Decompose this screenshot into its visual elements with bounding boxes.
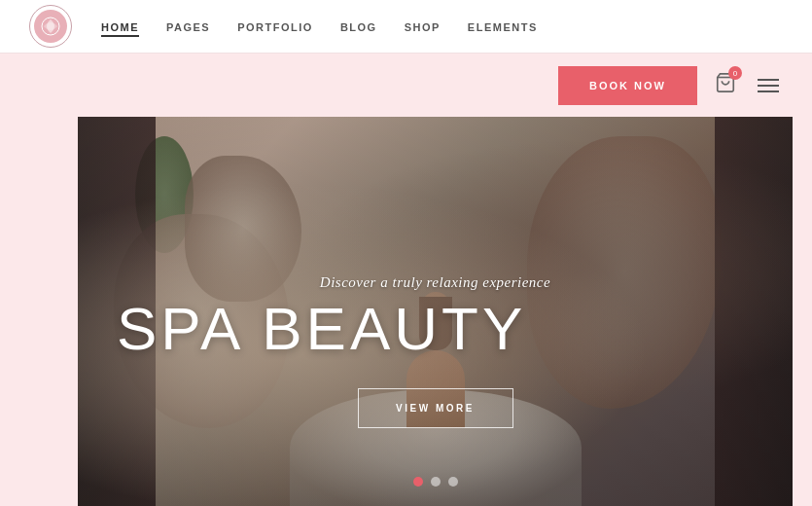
nav-item-home[interactable]: HOME <box>101 18 139 35</box>
logo-icon <box>40 16 61 37</box>
nav-link-shop[interactable]: SHOP <box>405 21 441 33</box>
logo-inner <box>34 10 67 43</box>
dot-1[interactable] <box>413 477 423 487</box>
hamburger-line-3 <box>758 90 779 92</box>
nav-link-elements[interactable]: ELEMENTS <box>468 21 538 33</box>
nav-item-shop[interactable]: SHOP <box>405 18 441 35</box>
cart-badge: 0 <box>728 66 742 80</box>
hero-title: SPA BEAUTY <box>117 299 754 359</box>
dot-2[interactable] <box>431 477 441 487</box>
logo[interactable] <box>29 5 72 48</box>
book-now-button[interactable]: BOOK NOW <box>558 66 697 105</box>
hamburger-line-1 <box>758 79 779 81</box>
nav-link-home[interactable]: HOME <box>101 21 139 37</box>
hero-tagline: Discover a truly relaxing experience <box>117 274 754 291</box>
nav-item-portfolio[interactable]: PORTFOLIO <box>237 18 313 35</box>
hero-section: Discover a truly relaxing experience SPA… <box>78 117 793 506</box>
nav-item-pages[interactable]: PAGES <box>166 18 210 35</box>
nav-link-portfolio[interactable]: PORTFOLIO <box>237 21 313 33</box>
header-bar: BOOK NOW 0 <box>0 54 812 117</box>
hamburger-line-2 <box>758 85 779 87</box>
cart-icon[interactable]: 0 <box>715 72 736 98</box>
navbar: HOME PAGES PORTFOLIO BLOG SHOP ELEMENTS <box>0 0 812 54</box>
dot-3[interactable] <box>448 477 458 487</box>
hamburger-menu[interactable] <box>754 75 783 96</box>
nav-item-blog[interactable]: BLOG <box>340 18 377 35</box>
hero-content: Discover a truly relaxing experience SPA… <box>78 274 793 428</box>
nav-links: HOME PAGES PORTFOLIO BLOG SHOP ELEMENTS <box>101 18 783 35</box>
nav-link-blog[interactable]: BLOG <box>340 21 377 33</box>
nav-item-elements[interactable]: ELEMENTS <box>468 18 538 35</box>
carousel-dots <box>413 477 458 487</box>
nav-link-pages[interactable]: PAGES <box>166 21 210 33</box>
view-more-button[interactable]: VIEW MORE <box>358 388 513 428</box>
